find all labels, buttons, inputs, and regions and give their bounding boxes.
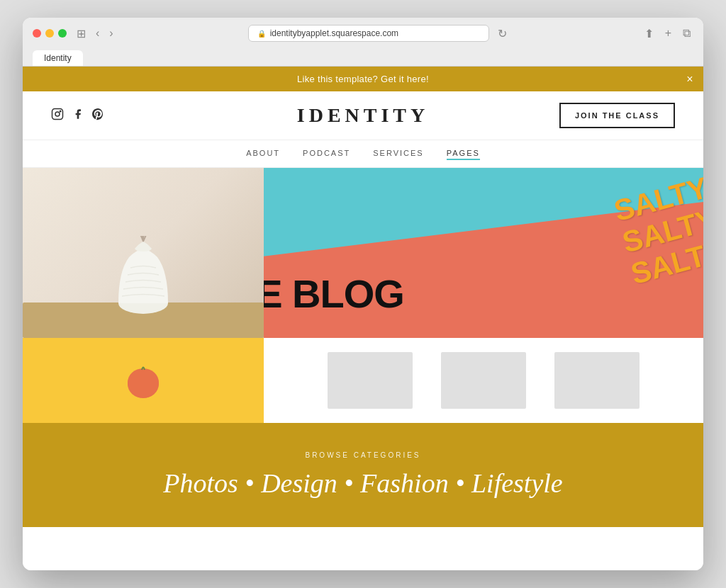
site-title: IDENTITY xyxy=(297,104,429,127)
back-button[interactable]: ‹ xyxy=(93,26,102,41)
nav-about[interactable]: ABOUT xyxy=(246,147,280,160)
forward-button[interactable]: › xyxy=(106,26,116,41)
nav-podcast[interactable]: PODCAST xyxy=(303,147,350,160)
content-placeholder-1 xyxy=(328,352,413,409)
gold-footer: BROWSE CATEGORIES Photos • Design • Fash… xyxy=(23,423,703,527)
svg-line-8 xyxy=(143,236,157,242)
banner-text: Like this template? Get it here! xyxy=(297,74,429,84)
new-tab-button[interactable]: + xyxy=(662,26,674,41)
svg-point-1 xyxy=(55,112,60,116)
facebook-icon[interactable] xyxy=(72,108,84,123)
svg-point-17 xyxy=(128,368,159,397)
window-controls: ⊞ ‹ › xyxy=(74,26,116,42)
minimize-button[interactable] xyxy=(45,29,54,38)
banner-close-button[interactable]: × xyxy=(686,73,693,86)
content-placeholder-2 xyxy=(441,352,526,409)
pinterest-icon[interactable] xyxy=(92,108,104,123)
active-tab[interactable]: Identity xyxy=(33,50,83,66)
browse-label: BROWSE CATEGORIES xyxy=(37,451,689,459)
browser-chrome: ⊞ ‹ › 🔒 identitybyapplet.squarespace.com… xyxy=(23,18,703,67)
join-class-button[interactable]: JOIN THE CLASS xyxy=(559,103,675,128)
social-icons xyxy=(51,108,104,123)
browser-actions: ⬆ + ⧉ xyxy=(642,26,693,42)
hero-right-area: SALTY SALTY SALTY ON THE BLOG xyxy=(264,168,703,338)
browser-window: ⊞ ‹ › 🔒 identitybyapplet.squarespace.com… xyxy=(23,18,703,570)
site-header: IDENTITY JOIN THE CLASS xyxy=(23,91,703,140)
sidebar-toggle[interactable]: ⊞ xyxy=(74,26,89,42)
blog-title: ON THE BLOG xyxy=(264,271,404,317)
svg-point-2 xyxy=(60,111,61,112)
content-right-area xyxy=(264,338,703,423)
categories-text: Photos • Design • Fashion • Lifestyle xyxy=(37,468,689,499)
lock-icon: 🔒 xyxy=(257,30,266,38)
hero-section: SALTY SALTY SALTY ON THE BLOG xyxy=(23,168,703,338)
nav-pages[interactable]: PAGES xyxy=(447,147,480,160)
duplicate-button[interactable]: ⧉ xyxy=(680,26,693,41)
nav-services[interactable]: SERVICES xyxy=(373,147,423,160)
svg-line-7 xyxy=(129,236,143,242)
refresh-button[interactable]: ↻ xyxy=(495,26,510,42)
browser-tabs: Identity xyxy=(33,47,693,66)
hero-left-image xyxy=(23,168,264,338)
share-button[interactable]: ⬆ xyxy=(642,26,657,42)
promo-banner: Like this template? Get it here! × xyxy=(23,67,703,91)
svg-rect-0 xyxy=(52,109,63,120)
traffic-lights xyxy=(33,29,67,38)
close-button[interactable] xyxy=(33,29,41,38)
instagram-icon[interactable] xyxy=(51,108,64,123)
content-placeholder-3 xyxy=(554,352,640,409)
website-content: Like this template? Get it here! × xyxy=(23,67,703,570)
address-bar-row: 🔒 identitybyapplet.squarespace.com ↻ xyxy=(123,25,635,42)
url-text: identitybyapplet.squarespace.com xyxy=(270,28,398,38)
address-bar[interactable]: 🔒 identitybyapplet.squarespace.com xyxy=(248,25,489,42)
content-section xyxy=(23,338,703,423)
content-left-thumbnail xyxy=(23,338,264,423)
maximize-button[interactable] xyxy=(58,29,67,38)
site-nav: ABOUT PODCAST SERVICES PAGES xyxy=(23,140,703,168)
